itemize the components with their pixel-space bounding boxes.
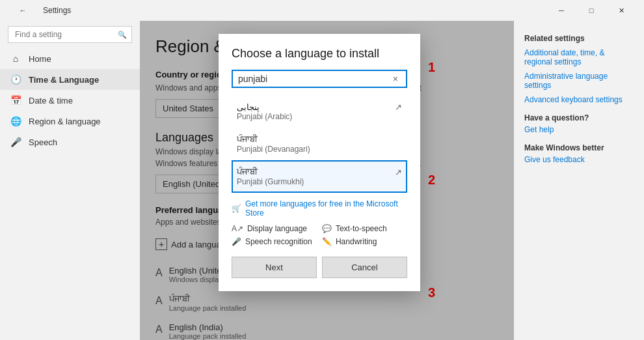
external-link-icon: ↗ (395, 102, 402, 112)
step-3: 3 (428, 285, 435, 300)
feature-text-to-speech: 💬 Text-to-speech (322, 224, 407, 233)
lang-result-name: ਪੰਜਾਬੀ (237, 134, 258, 145)
sidebar-item-date-time[interactable]: 📅 Date & time (0, 90, 140, 111)
feature-label: Handwriting (336, 237, 377, 246)
maximize-button[interactable]: □ (576, 0, 606, 21)
feature-label: Text-to-speech (336, 224, 387, 233)
keyboard-settings-link[interactable]: Advanced keyboard settings (524, 95, 634, 104)
sidebar-item-label: Time & Language (29, 75, 99, 85)
mic-icon: 🎤 (10, 137, 21, 147)
titlebar-controls: ─ □ ✕ (546, 0, 636, 21)
display-language-icon: A↗ (232, 224, 243, 233)
app-body: 🔍 ⌂ Home 🕐 Time & Language 📅 Date & time… (0, 21, 644, 340)
related-settings-title: Related settings (524, 34, 634, 43)
make-better-title: Make Windows better (524, 143, 634, 152)
sidebar-item-speech[interactable]: 🎤 Speech (0, 132, 140, 152)
modal-overlay: Choose a language to install × پنجابی ↗ … (140, 21, 514, 340)
clock-icon: 🕐 (10, 74, 21, 85)
search-icon: 🔍 (118, 31, 127, 39)
modal-buttons: Next Cancel (232, 257, 407, 278)
question-title: Have a question? (524, 113, 634, 122)
store-icon: 🛒 (232, 204, 241, 213)
app-title: Settings (43, 6, 71, 15)
store-link-text: Get more languages for free in the Micro… (245, 199, 407, 218)
language-result-gurmukhi[interactable]: ਪੰਜਾਬੀ ↗ Punjabi (Gurmukhi) (232, 160, 407, 193)
additional-date-link[interactable]: Additional date, time, & regional settin… (524, 48, 634, 66)
sidebar-item-home[interactable]: ⌂ Home (0, 48, 140, 69)
sidebar-item-label: Speech (29, 137, 57, 147)
modal-search-box: × (232, 70, 407, 88)
sidebar-item-label: Home (29, 54, 51, 64)
lang-result-sub: Punjabi (Arabic) (237, 112, 402, 121)
step-2: 2 (428, 173, 435, 188)
sidebar-item-region-language[interactable]: 🌐 Region & language (0, 111, 140, 132)
feedback-link[interactable]: Give us feedback (524, 155, 634, 164)
globe-icon: 🌐 (10, 116, 21, 126)
feature-handwriting: ✏️ Handwriting (322, 237, 407, 246)
speech-recognition-icon: 🎤 (232, 237, 241, 246)
sidebar-item-label: Region & language (29, 117, 101, 126)
lang-result-name: ਪੰਜਾਬੀ (237, 167, 258, 177)
right-panel: Related settings Additional date, time, … (514, 21, 644, 340)
external-link-icon: ↗ (395, 167, 402, 177)
get-help-link[interactable]: Get help (524, 125, 634, 134)
feature-speech-recognition: 🎤 Speech recognition (232, 237, 317, 246)
search-input[interactable] (8, 26, 132, 43)
titlebar: ← Settings ─ □ ✕ (0, 0, 644, 21)
titlebar-left: ← Settings (8, 0, 71, 21)
calendar-icon: 📅 (10, 95, 21, 106)
sidebar-item-label: Date & time (29, 96, 73, 106)
language-search-input[interactable] (238, 74, 390, 84)
modal-title: Choose a language to install (232, 47, 407, 61)
search-box: 🔍 (8, 26, 132, 43)
step-numbers: 1 2 3 (428, 34, 435, 300)
language-result-arabic[interactable]: پنجابی ↗ Punjabi (Arabic) (232, 96, 407, 128)
feature-display-language: A↗ Display language (232, 224, 317, 233)
text-to-speech-icon: 💬 (322, 224, 332, 233)
feature-label: Speech recognition (245, 237, 312, 246)
choose-language-modal: Choose a language to install × پنجابی ↗ … (219, 34, 420, 291)
home-icon: ⌂ (10, 53, 21, 64)
modal-features: A↗ Display language 💬 Text-to-speech 🎤 S… (232, 224, 407, 246)
language-result-devanagari[interactable]: ਪੰਜਾਬੀ Punjabi (Devanagari) (232, 128, 407, 160)
lang-result-name: پنجابی (237, 102, 260, 112)
sidebar: 🔍 ⌂ Home 🕐 Time & Language 📅 Date & time… (0, 21, 140, 340)
back-button[interactable]: ← (8, 0, 38, 21)
cancel-button[interactable]: Cancel (322, 257, 407, 278)
clear-icon[interactable]: × (390, 74, 401, 84)
feature-label: Display language (247, 224, 307, 233)
admin-lang-link[interactable]: Administrative language settings (524, 72, 634, 90)
step-1: 1 (428, 60, 435, 75)
lang-result-sub: Punjabi (Gurmukhi) (237, 177, 402, 186)
sidebar-item-time-language[interactable]: 🕐 Time & Language (0, 69, 140, 90)
handwriting-icon: ✏️ (322, 237, 332, 246)
lang-result-sub: Punjabi (Devanagari) (237, 145, 402, 154)
minimize-button[interactable]: ─ (546, 0, 576, 21)
store-link[interactable]: 🛒 Get more languages for free in the Mic… (232, 199, 407, 218)
next-button[interactable]: Next (232, 257, 317, 278)
main-content: Region & language Country or region Wind… (140, 21, 514, 340)
close-button[interactable]: ✕ (606, 0, 636, 21)
